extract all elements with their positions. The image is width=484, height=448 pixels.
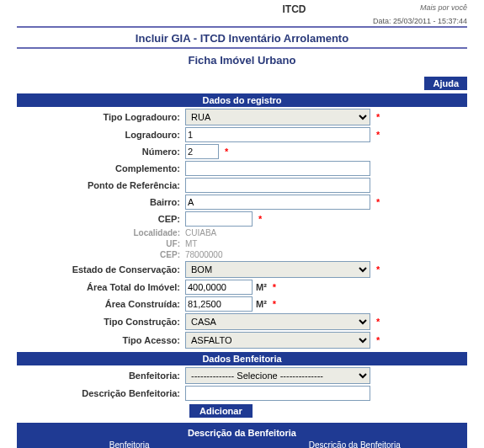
th-desc-benfeitoria: Descrição da Benfeitoria [242,440,468,448]
label-localidade: Localidade: [17,228,185,237]
label-cep: CEP: [17,214,185,224]
label-logradouro: Logradouro: [17,130,185,140]
unit-m2: M² [256,282,267,292]
required-icon: * [376,264,380,275]
select-tipo-const[interactable]: CASA [185,313,370,330]
value-uf: MT [185,239,197,248]
label-estado-cons: Estado de Conservação: [17,264,185,275]
label-area-total: Área Total do Imóvel: [17,282,185,292]
label-cep-ro: CEP: [17,250,185,259]
section-benfeitoria: Dados Benfeitoria [17,352,467,365]
label-area-const: Área Construída: [17,299,185,309]
unit-m2: M² [256,299,267,309]
select-benfeitoria[interactable]: -------------- Selecione -------------- [185,367,370,384]
page-subtitle: Ficha Imóvel Urbano [17,51,467,70]
label-tipo-logradouro: Tipo Logradouro: [17,112,185,122]
required-icon: * [376,130,380,140]
label-desc-benfeitoria: Descrição Benfeitoria: [17,388,185,398]
label-numero: Número: [17,147,185,157]
input-area-const[interactable] [185,296,253,312]
label-tipo-acesso: Tipo Acesso: [17,335,185,345]
page-title: Incluir GIA - ITCD Inventário Arrolament… [17,28,467,49]
required-icon: * [376,335,380,345]
input-logradouro[interactable] [185,127,370,142]
label-ponto-ref: Ponto de Referência: [17,180,185,190]
input-cep[interactable] [185,211,253,227]
label-tipo-const: Tipo Construção: [17,317,185,327]
value-cep-ro: 78000000 [185,250,223,259]
required-icon: * [376,112,380,122]
required-icon: * [376,197,380,207]
section-registro: Dados do registro [17,93,467,107]
select-tipo-logradouro[interactable]: RUA [185,109,370,125]
value-localidade: CUIABA [185,228,216,237]
select-estado-cons[interactable]: BOM [185,261,370,278]
label-complemento: Complemento: [17,163,185,173]
input-complemento[interactable] [185,161,370,176]
slogan-text: Mais por você [420,3,467,12]
input-area-total[interactable] [185,280,253,295]
label-uf: UF: [17,239,185,248]
label-benfeitoria: Benfeitoria: [17,371,185,381]
page-date: Data: 25/03/2011 - 15:37:44 [17,17,467,25]
table-header: Benfeitoria Descrição da Benfeitoria [17,440,467,448]
required-icon: * [273,299,276,309]
input-desc-benfeitoria[interactable] [185,386,370,401]
help-button[interactable]: Ajuda [424,77,467,90]
app-title: ITCD [168,3,420,15]
input-ponto-ref[interactable] [185,178,370,193]
required-icon: * [258,214,262,224]
adicionar-button[interactable]: Adicionar [189,404,253,418]
input-numero[interactable] [185,144,219,159]
label-bairro: Bairro: [17,197,185,207]
required-icon: * [273,282,276,292]
required-icon: * [376,317,380,327]
input-bairro[interactable] [185,195,370,210]
th-benfeitoria: Benfeitoria [17,440,242,448]
section-desc-benfeitoria: Descrição da Benfeitoria [17,426,467,440]
required-icon: * [225,147,228,157]
select-tipo-acesso[interactable]: ASFALTO [185,332,370,349]
